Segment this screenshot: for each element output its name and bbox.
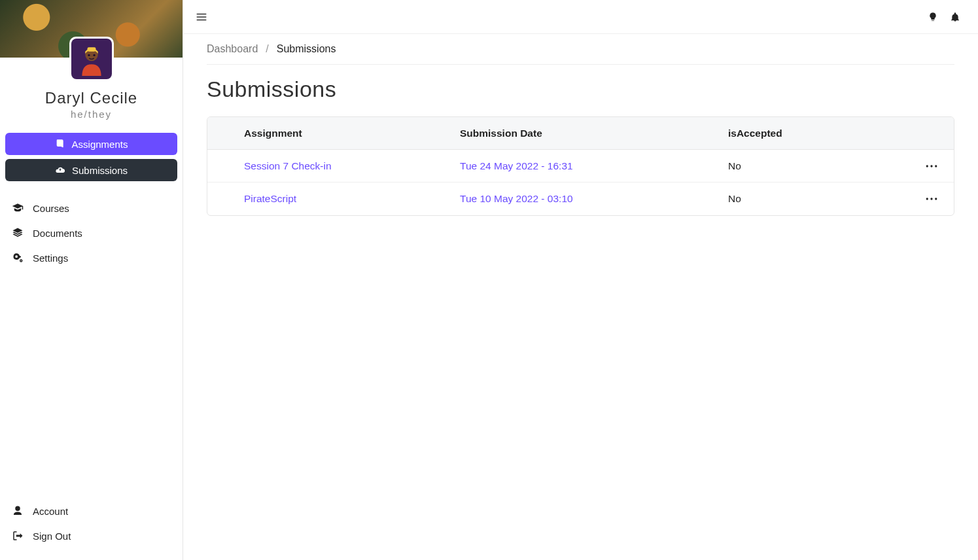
more-horizontal-icon: [926, 164, 937, 168]
breadcrumb: Dashboard / Submissions: [207, 43, 954, 65]
row-actions-button[interactable]: [924, 191, 939, 207]
graduation-cap-icon: [12, 202, 24, 214]
assignment-link[interactable]: Session 7 Check-in: [244, 160, 332, 171]
table-row: Session 7 Check-in Tue 24 May 2022 - 16:…: [207, 150, 954, 183]
nav-assignments-label: Assignments: [72, 139, 128, 150]
svg-point-4: [93, 54, 95, 56]
user-icon: [12, 505, 24, 517]
sidebar-item-courses-label: Courses: [33, 203, 69, 214]
avatar[interactable]: [71, 39, 112, 79]
pill-nav: Assignments Submissions: [0, 129, 183, 189]
sign-out-icon: [12, 530, 24, 542]
table-header-row: Assignment Submission Date isAccepted: [207, 117, 954, 150]
nav-submissions-label: Submissions: [72, 165, 128, 176]
breadcrumb-current: Submissions: [277, 43, 336, 55]
breadcrumb-root[interactable]: Dashboard: [207, 43, 258, 55]
th-accepted: isAccepted: [724, 128, 894, 139]
accepted-cell: No: [724, 160, 894, 172]
lightbulb-icon: [928, 12, 938, 22]
theme-toggle[interactable]: [922, 6, 944, 28]
sidebar-item-account[interactable]: Account: [3, 499, 180, 523]
svg-point-13: [935, 198, 937, 200]
hamburger-icon: [196, 11, 207, 23]
sidebar-item-account-label: Account: [33, 506, 68, 517]
sidebar-item-signout[interactable]: Sign Out: [3, 523, 180, 548]
sidebar: Daryl Cecile he/they Assignments Submiss…: [0, 0, 183, 560]
sidebar-item-settings[interactable]: Settings: [3, 245, 180, 270]
svg-point-11: [926, 198, 928, 200]
svg-point-3: [88, 54, 90, 56]
sidebar-bottom: Account Sign Out: [0, 495, 183, 560]
cloud-upload-icon: [55, 165, 65, 175]
notifications-button[interactable]: [944, 6, 966, 28]
submission-date-link[interactable]: Tue 24 May 2022 - 16:31: [460, 160, 573, 171]
sidebar-item-courses[interactable]: Courses: [3, 196, 180, 220]
more-horizontal-icon: [926, 197, 937, 201]
main: Dashboard / Submissions Submissions Assi…: [183, 0, 978, 560]
page-title: Submissions: [207, 77, 954, 102]
th-assignment: Assignment: [240, 128, 456, 139]
cogs-icon: [12, 252, 24, 264]
submissions-table: Assignment Submission Date isAccepted Se…: [207, 116, 954, 216]
sidebar-item-documents-label: Documents: [33, 228, 82, 239]
table-row: PirateScript Tue 10 May 2022 - 03:10 No: [207, 183, 954, 215]
svg-point-10: [935, 165, 937, 167]
avatar-frame: [69, 37, 114, 81]
nav-submissions[interactable]: Submissions: [5, 159, 177, 181]
svg-rect-2: [87, 47, 96, 52]
book-icon: [55, 139, 65, 149]
breadcrumb-separator: /: [266, 43, 268, 55]
content: Dashboard / Submissions Submissions Assi…: [183, 34, 978, 216]
bell-icon: [950, 12, 960, 22]
sidebar-toggle[interactable]: [195, 10, 208, 24]
sidebar-banner: [0, 0, 183, 58]
nav-assignments[interactable]: Assignments: [5, 133, 177, 155]
sidebar-item-signout-label: Sign Out: [33, 531, 71, 542]
sidebar-links: Courses Documents Settings: [0, 189, 183, 277]
submission-date-link[interactable]: Tue 10 May 2022 - 03:10: [460, 193, 573, 204]
profile-name: Daryl Cecile: [0, 89, 183, 107]
svg-point-9: [930, 165, 932, 167]
accepted-cell: No: [724, 193, 894, 205]
topbar: [183, 0, 978, 34]
th-date: Submission Date: [456, 128, 724, 139]
profile-pronouns: he/they: [0, 109, 183, 120]
assignment-link[interactable]: PirateScript: [244, 193, 296, 204]
svg-point-8: [926, 165, 928, 167]
avatar-image: [75, 42, 109, 76]
row-actions-button[interactable]: [924, 158, 939, 174]
sidebar-item-settings-label: Settings: [33, 253, 68, 264]
sidebar-item-documents[interactable]: Documents: [3, 220, 180, 245]
svg-point-12: [930, 198, 932, 200]
layers-icon: [12, 227, 24, 239]
